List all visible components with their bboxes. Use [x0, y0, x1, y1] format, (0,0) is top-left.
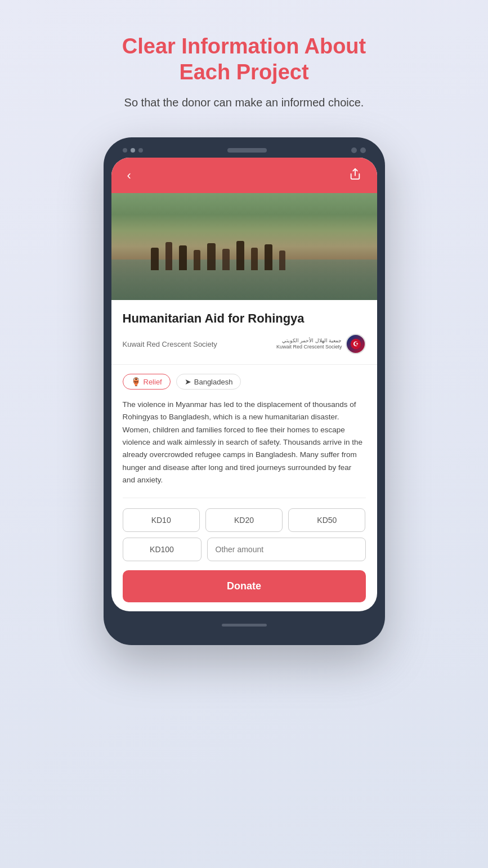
crescent-icon: ☪ [350, 338, 362, 350]
app-header: ‹ [111, 158, 377, 193]
amount-row-2: KD100 [123, 538, 366, 561]
project-description: The violence in Myanmar has led to the d… [111, 399, 377, 498]
other-amount-input[interactable] [207, 538, 366, 561]
figure-7 [236, 241, 244, 270]
relief-icon: 🏺 [131, 377, 141, 386]
phone-screen: ‹ [111, 158, 377, 611]
amount-row-1: KD10 KD20 KD50 [123, 508, 366, 532]
phone-speaker [227, 148, 267, 153]
tag-bangladesh[interactable]: ➤ Bangladesh [176, 374, 241, 390]
svg-text:☪: ☪ [352, 341, 358, 347]
tags-section: 🏺 Relief ➤ Bangladesh [111, 365, 377, 399]
phone-dot-2 [131, 148, 135, 153]
org-logo-arabic: جمعية الهلال الأحمر الكويتي [282, 338, 342, 344]
phone-dot-1 [123, 148, 127, 153]
tag-relief[interactable]: 🏺 Relief [123, 374, 171, 390]
donation-section: KD10 KD20 KD50 KD100 Donate [111, 498, 377, 611]
heading-line2: Each Project [179, 60, 308, 84]
back-button[interactable]: ‹ [123, 166, 136, 185]
figure-6 [222, 249, 230, 270]
amount-kd20-button[interactable]: KD20 [205, 508, 283, 532]
figure-8 [251, 248, 258, 270]
hero-image [111, 193, 377, 300]
org-logo-english: Kuwait Red Crescent Society [276, 344, 342, 351]
tag-relief-label: Relief [144, 378, 162, 386]
amount-kd50-button[interactable]: KD50 [288, 508, 365, 532]
hero-image-bg [111, 193, 377, 300]
phone-frame: ‹ [104, 137, 385, 645]
figure-5 [207, 243, 216, 270]
figure-9 [265, 244, 272, 270]
org-row: Kuwait Red Crescent Society جمعية الهلال… [123, 334, 366, 354]
phone-camera-1 [351, 147, 357, 153]
phone-camera-dots [351, 147, 366, 153]
share-button[interactable] [344, 165, 366, 185]
content-area: Humanitarian Aid for Rohingya Kuwait Red… [111, 300, 377, 354]
share-icon [349, 168, 361, 180]
org-logo-circle: ☪ [346, 334, 366, 354]
org-logo-text-area: جمعية الهلال الأحمر الكويتي Kuwait Red C… [276, 338, 342, 351]
figure-3 [179, 245, 187, 270]
figures-group [151, 241, 285, 270]
figure-1 [151, 248, 159, 270]
location-icon: ➤ [185, 377, 191, 386]
page-heading: Clear Information About Each Project [122, 34, 366, 85]
figure-2 [165, 242, 172, 270]
figure-4 [194, 250, 200, 270]
tag-bangladesh-label: Bangladesh [194, 378, 233, 386]
phone-bottom-bar [111, 619, 377, 630]
home-indicator [222, 624, 267, 627]
figure-10 [279, 250, 285, 270]
org-name: Kuwait Red Crescent Society [123, 340, 217, 348]
heading-line1: Clear Information About [122, 34, 366, 58]
phone-notch-bar [111, 147, 377, 153]
phone-dots [123, 148, 143, 153]
page-subtitle: So that the donor can make an informed c… [124, 96, 364, 109]
phone-camera-2 [360, 147, 366, 153]
phone-dot-3 [138, 148, 143, 153]
project-title: Humanitarian Aid for Rohingya [123, 311, 366, 326]
donate-button[interactable]: Donate [123, 570, 366, 602]
amount-kd100-button[interactable]: KD100 [123, 538, 202, 561]
amount-kd10-button[interactable]: KD10 [123, 508, 200, 532]
org-logo-wrapper: جمعية الهلال الأحمر الكويتي Kuwait Red C… [276, 334, 366, 354]
